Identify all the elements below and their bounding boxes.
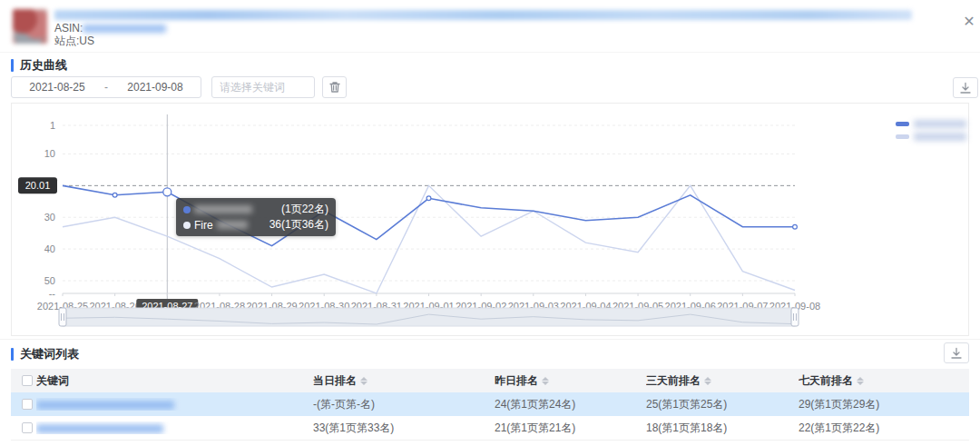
asin-value-blurred — [83, 25, 166, 33]
history-section-title-text: 历史曲线 — [20, 57, 67, 74]
svg-text:30: 30 — [44, 212, 55, 223]
section-accent-bar — [11, 59, 14, 72]
download-icon — [950, 347, 963, 360]
keyword-link[interactable] — [36, 398, 313, 411]
header-divider — [0, 52, 980, 53]
svg-text:--: -- — [49, 288, 56, 299]
today-rank-cell: -(第-页第-名) — [313, 397, 495, 412]
legend-marker-series1 — [896, 122, 909, 126]
tooltip-series2-prefix: Fire — [194, 219, 213, 232]
row-checkbox[interactable] — [22, 399, 33, 410]
col-header-yesterday: 昨日排名 — [495, 373, 646, 389]
tooltip-series2-value: 36(1页36名) — [270, 217, 328, 233]
tooltip-row-1: (1页22名) — [183, 202, 328, 217]
keyword-select-input[interactable]: 请选择关键词 — [211, 76, 315, 98]
datazoom-brush[interactable] — [63, 308, 795, 326]
clear-keywords-button[interactable] — [322, 76, 347, 98]
table-row[interactable]: 33(第1页第33名) 21(第1页第21名) 18(第1页第18名) 22(第… — [11, 416, 969, 441]
tooltip-series2-dot — [183, 222, 191, 229]
download-keyword-list-button[interactable] — [944, 342, 969, 363]
tooltip-series1-value: (1页22名) — [281, 202, 328, 217]
asin-label: ASIN: — [54, 22, 83, 35]
brush-handle-left[interactable] — [59, 308, 66, 326]
legend-item-1[interactable] — [896, 120, 966, 128]
7days-rank-cell: 29(第1页第29名) — [799, 397, 969, 412]
product-title-blurred[interactable] — [54, 10, 912, 20]
keyword-list-section-title: 关键词列表 — [11, 346, 79, 362]
svg-text:1: 1 — [50, 120, 55, 131]
trash-icon — [328, 81, 341, 94]
brush-handle-right[interactable] — [791, 308, 799, 326]
table-header-row: 关键词 当日排名 昨日排名 三天前排名 七天前排名 — [11, 369, 969, 392]
sort-caret-icon[interactable] — [360, 377, 368, 385]
svg-text:40: 40 — [44, 243, 55, 254]
section-accent-bar — [11, 348, 14, 361]
col-header-7days: 七天前排名 — [799, 373, 969, 389]
chart-tooltip: (1页22名) Fire 36(1页36名) — [176, 198, 336, 236]
sort-caret-icon[interactable] — [542, 377, 549, 385]
row-checkbox[interactable] — [22, 422, 33, 433]
7days-rank-cell: 22(第1页第22名) — [799, 421, 969, 436]
keyword-table: 关键词 当日排名 昨日排名 三天前排名 七天前排名 -(第-页第-名) 24(第… — [11, 369, 969, 441]
history-section-title: 历史曲线 — [11, 57, 67, 74]
tooltip-series2-name-blurred — [217, 221, 248, 229]
keyword-list-title-text: 关键词列表 — [20, 346, 79, 362]
sort-caret-icon[interactable] — [704, 377, 711, 385]
keyword-select-placeholder: 请选择关键词 — [220, 80, 285, 95]
svg-text:10: 10 — [44, 148, 55, 159]
3days-rank-cell: 25(第1页第25名) — [646, 397, 799, 412]
select-all-checkbox[interactable] — [22, 375, 33, 386]
date-range-separator: - — [103, 81, 110, 94]
legend-marker-series2 — [896, 134, 909, 139]
chart-legend — [896, 120, 966, 141]
svg-text:20.01: 20.01 — [25, 180, 51, 191]
history-line-chart[interactable]: 110304050--2021-08-252021-08-262021-08-2… — [12, 104, 968, 335]
section-divider — [0, 339, 980, 340]
download-icon — [959, 82, 972, 94]
legend-label-1-blurred — [914, 120, 966, 128]
tooltip-series1-dot — [183, 206, 191, 213]
download-history-button[interactable] — [953, 77, 978, 98]
col-header-today: 当日排名 — [313, 373, 495, 389]
history-chart-card: 110304050--2021-08-252021-08-262021-08-2… — [11, 103, 969, 336]
3days-rank-cell: 18(第1页第18名) — [646, 421, 799, 436]
today-rank-cell: 33(第1页第33名) — [313, 421, 495, 436]
yesterday-rank-cell: 24(第1页第24名) — [495, 397, 646, 412]
product-thumbnail — [13, 9, 47, 44]
sort-caret-icon[interactable] — [857, 377, 864, 385]
tooltip-row-2: Fire 36(1页36名) — [183, 217, 328, 233]
close-icon[interactable]: ✕ — [960, 13, 978, 31]
date-range-picker[interactable]: 2021-08-25 - 2021-09-08 — [11, 76, 201, 98]
col-header-3days: 三天前排名 — [646, 373, 799, 389]
yesterday-rank-cell: 21(第1页第21名) — [495, 421, 646, 436]
legend-item-2[interactable] — [896, 133, 966, 141]
svg-text:50: 50 — [44, 275, 55, 286]
date-start-value[interactable]: 2021-08-25 — [12, 81, 103, 94]
keyword-link[interactable] — [36, 421, 313, 434]
legend-label-2-blurred — [914, 133, 966, 141]
tooltip-series1-name-blurred — [194, 205, 252, 213]
col-header-keyword: 关键词 — [36, 373, 313, 389]
table-row[interactable]: -(第-页第-名) 24(第1页第24名) 25(第1页第25名) 29(第1页… — [11, 392, 969, 416]
date-end-value[interactable]: 2021-09-08 — [110, 81, 201, 94]
asin-line: ASIN: — [54, 23, 166, 35]
site-label: 站点:US — [54, 35, 94, 47]
